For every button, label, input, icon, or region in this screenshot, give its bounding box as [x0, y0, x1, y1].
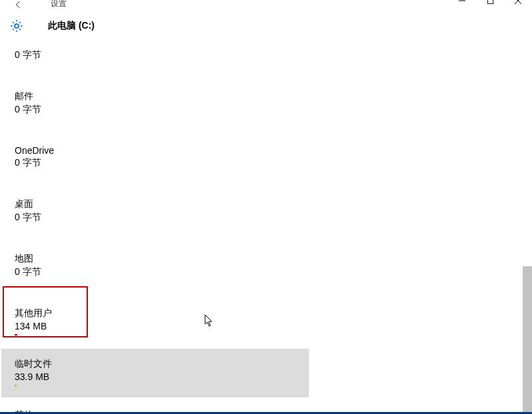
storage-size: 0 字节 — [15, 157, 360, 169]
svg-point-4 — [15, 24, 19, 28]
maximize-button[interactable] — [485, 0, 495, 5]
close-button[interactable] — [513, 0, 523, 5]
window-title: 设置 — [51, 0, 67, 9]
storage-row[interactable]: 桌面 0 字节 — [15, 190, 360, 228]
storage-size: 134 MB — [15, 321, 360, 331]
titlebar: 设置 — [0, 0, 532, 7]
gear-icon — [9, 19, 24, 33]
storage-row[interactable]: 邮件 0 字节 — [15, 83, 360, 120]
storage-row[interactable]: OneDrive 0 字节 — [15, 137, 360, 173]
storage-label: 桌面 — [15, 198, 360, 210]
storage-size: 0 字节 — [15, 266, 360, 278]
storage-size: 0 字节 — [15, 104, 360, 116]
storage-label: 临时文件 — [15, 358, 309, 370]
scrollbar-thumb[interactable] — [522, 266, 532, 414]
storage-row-selected[interactable]: 临时文件 33.9 MB — [1, 349, 309, 397]
storage-row[interactable]: 地图 0 字节 — [15, 245, 360, 282]
scrollbar-track[interactable] — [521, 40, 532, 413]
svg-rect-1 — [487, 0, 493, 3]
page-header: 此电脑 (C:) — [0, 7, 532, 40]
storage-row[interactable]: 0 字节 — [15, 49, 360, 65]
storage-list: 0 字节 邮件 0 字节 OneDrive 0 字节 桌面 0 字节 地图 0 … — [0, 40, 360, 414]
minimize-button[interactable] — [457, 0, 467, 5]
storage-size: 33.9 MB — [15, 371, 309, 382]
usage-bar — [15, 385, 17, 387]
storage-label: 地图 — [15, 253, 360, 265]
storage-label: OneDrive — [15, 145, 360, 156]
storage-size: 0 字节 — [15, 212, 360, 224]
usage-bar — [15, 334, 17, 335]
storage-label: 邮件 — [15, 91, 360, 103]
back-button[interactable] — [13, 0, 24, 11]
storage-row[interactable]: 其他用户 134 MB — [15, 300, 360, 339]
drive-title: 此电脑 (C:) — [48, 20, 95, 32]
storage-label: 其他用户 — [15, 308, 360, 319]
storage-size: 0 字节 — [15, 49, 360, 61]
